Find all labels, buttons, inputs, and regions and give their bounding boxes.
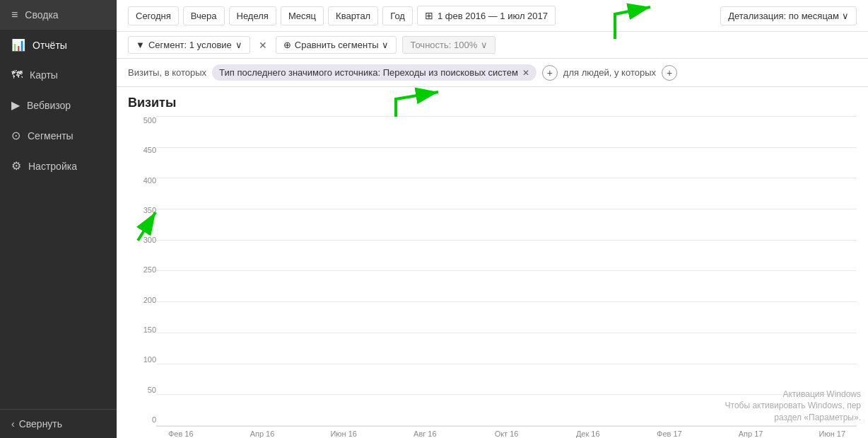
x-axis-label [367, 430, 402, 438]
x-axis-label: Дек 16 [570, 430, 606, 438]
y-axis-label: 150 [143, 325, 156, 334]
date-range-button[interactable]: ⊞ 1 фев 2016 — 1 июл 2017 [417, 6, 556, 25]
watermark-line3: раздел «Параметры». [725, 412, 861, 424]
y-axis-label: 200 [143, 296, 156, 304]
y-axis-label: 250 [143, 265, 156, 274]
period-quarter[interactable]: Квартал [328, 6, 378, 25]
x-axis-label: Апр 16 [245, 430, 280, 438]
segment-toolbar: ▼ Сегмент: 1 условие ∨ ✕ ⊕ Сравнить сегм… [117, 32, 868, 59]
filter-tag: Тип последнего значимого источника: Пере… [212, 64, 536, 81]
filter-tag-text: Тип последнего значимого источника: Пере… [219, 67, 518, 78]
precision-label: Точность: 100% [410, 40, 477, 50]
sidebar-collapse-button[interactable]: ‹ Свернуть [0, 409, 117, 438]
sidebar-item-label: Вебвизор [27, 100, 71, 111]
compare-button[interactable]: ⊕ Сравнить сегменты ∨ [276, 36, 397, 54]
segment-close-button[interactable]: ✕ [256, 38, 270, 52]
x-axis-label [204, 430, 240, 438]
x-axis-label: Апр 17 [733, 430, 768, 438]
x-axis-label: Фев 17 [652, 430, 687, 438]
y-axis-label: 50 [148, 386, 156, 394]
x-axis-label: Окт 16 [489, 430, 524, 438]
filter-prefix: Визиты, в которых [128, 67, 206, 78]
y-axis-label: 350 [143, 206, 156, 214]
segment-label: Сегмент: 1 условие [148, 40, 232, 50]
chevron-down-icon: ∨ [235, 40, 242, 50]
period-today[interactable]: Сегодня [128, 6, 179, 25]
add-filter-button[interactable]: + [542, 65, 558, 81]
segments-icon: ⊙ [11, 129, 20, 142]
filter-row: Визиты, в которых Тип последнего значимо… [117, 59, 868, 87]
period-year[interactable]: Год [382, 6, 413, 25]
filter-tag-close[interactable]: ✕ [522, 68, 529, 78]
y-axis-label: 500 [143, 116, 156, 125]
segment-button[interactable]: ▼ Сегмент: 1 условие ∨ [128, 36, 250, 54]
x-labels: Фев 16Апр 16Июн 16Авг 16Окт 16Дек 16Фев … [156, 427, 857, 438]
calendar-icon: ⊞ [425, 10, 433, 21]
y-axis-label: 100 [143, 355, 156, 364]
period-month[interactable]: Месяц [281, 6, 324, 25]
bars-container [156, 116, 857, 427]
sidebar-item-dashboard[interactable]: ≡ Сводка [0, 0, 117, 30]
x-axis-label [448, 430, 483, 438]
chevron-down-icon: ∨ [382, 40, 389, 50]
y-axis: 500450400350300250200150100500 [128, 116, 156, 438]
sidebar-item-label: Сводка [25, 9, 58, 21]
filter-suffix: для людей, у которых [563, 67, 656, 78]
compare-icon: ⊕ [283, 40, 291, 50]
sidebar-item-label: Отчёты [33, 40, 67, 51]
chart-area: Визиты 500450400350300250200150100500 Фе… [117, 87, 868, 438]
settings-icon: ⚙ [11, 159, 21, 173]
x-axis-label [529, 430, 565, 438]
watermark-line2: Чтобы активировать Windows, пер [725, 400, 861, 412]
compare-label: Сравнить сегменты [295, 40, 379, 50]
maps-icon: 🗺 [11, 69, 23, 81]
bars [156, 116, 857, 426]
y-axis-label: 400 [143, 176, 156, 185]
sidebar: ≡ Сводка 📊 Отчёты 🗺 Карты ▶ Вебвизор ⊙ С… [0, 0, 117, 438]
chart-title: Визиты [128, 96, 857, 110]
y-axis-label: 300 [143, 236, 156, 244]
x-axis-label [286, 430, 321, 438]
reports-icon: 📊 [11, 38, 25, 52]
period-yesterday[interactable]: Вчера [183, 6, 225, 25]
chevron-left-icon: ‹ [11, 418, 15, 430]
dashboard-icon: ≡ [11, 8, 18, 21]
sidebar-item-segments[interactable]: ⊙ Сегменты [0, 120, 117, 151]
y-axis-label: 450 [143, 146, 156, 154]
x-axis-label [611, 430, 647, 438]
x-axis-label [693, 430, 728, 438]
detail-label: Детализация: по месяцам [728, 11, 839, 21]
collapse-label: Свернуть [19, 418, 62, 430]
x-axis-label [774, 430, 809, 438]
detail-button[interactable]: Детализация: по месяцам ∨ [720, 6, 857, 25]
add-people-filter-button[interactable]: + [662, 65, 677, 81]
x-axis-label: Июн 16 [326, 430, 361, 438]
x-axis-label: Июн 17 [815, 430, 850, 438]
period-toolbar: Сегодня Вчера Неделя Месяц Квартал Год ⊞… [117, 0, 868, 32]
sidebar-item-label: Настройка [28, 161, 77, 172]
watermark-line1: Активация Windows [725, 388, 861, 400]
sidebar-item-webvisor[interactable]: ▶ Вебвизор [0, 90, 117, 120]
x-axis-label: Авг 16 [408, 430, 443, 438]
sidebar-item-label: Сегменты [28, 130, 74, 142]
filter-icon: ▼ [136, 40, 145, 50]
chevron-down-icon: ∨ [481, 40, 488, 50]
sidebar-item-maps[interactable]: 🗺 Карты [0, 60, 117, 90]
sidebar-item-label: Карты [30, 69, 58, 81]
sidebar-item-reports[interactable]: 📊 Отчёты [0, 30, 117, 60]
sidebar-item-settings[interactable]: ⚙ Настройка [0, 151, 117, 181]
date-range-label: 1 фев 2016 — 1 июл 2017 [438, 11, 548, 21]
watermark: Активация Windows Чтобы активировать Win… [725, 388, 861, 424]
precision-button[interactable]: Точность: 100% ∨ [402, 36, 495, 54]
x-axis-label: Фев 16 [163, 430, 199, 438]
period-week[interactable]: Неделя [229, 6, 276, 25]
webvisor-icon: ▶ [11, 98, 20, 112]
chevron-down-icon: ∨ [842, 11, 849, 21]
main-content: Сегодня Вчера Неделя Месяц Квартал Год ⊞… [117, 0, 868, 438]
